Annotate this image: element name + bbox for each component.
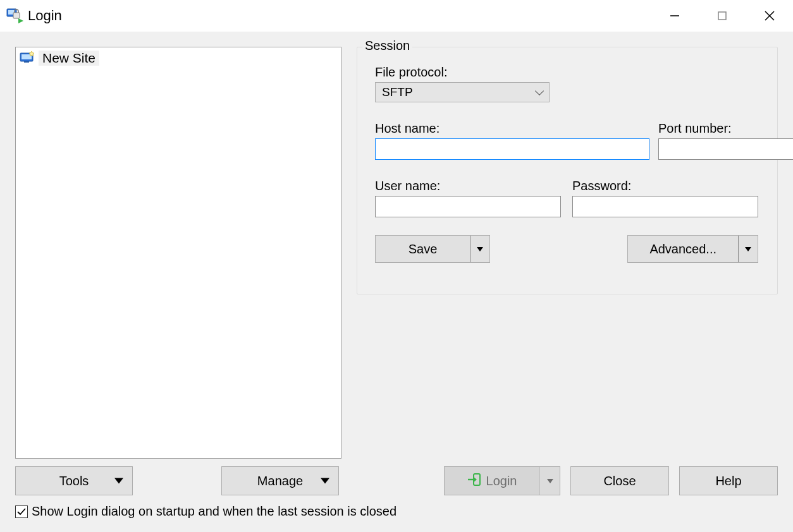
password-input[interactable] xyxy=(572,196,758,217)
site-list[interactable]: New Site xyxy=(15,47,341,459)
startup-checkbox-label: Show Login dialog on startup and when th… xyxy=(32,504,396,519)
triangle-down-icon xyxy=(477,247,483,251)
host-name-field: Host name: xyxy=(375,121,649,160)
port-number-field: Port number: ▲ ▼ xyxy=(658,121,758,160)
app-icon xyxy=(6,7,24,25)
save-button-label: Save xyxy=(376,236,470,262)
window-controls xyxy=(651,0,793,32)
svg-rect-2 xyxy=(13,13,20,18)
checkmark-icon xyxy=(16,507,27,517)
advanced-button-dropdown[interactable] xyxy=(739,236,758,262)
advanced-button-label: Advanced... xyxy=(628,236,739,262)
password-field: Password: xyxy=(572,179,758,217)
bottom-button-row: Tools Manage Login xyxy=(15,466,778,495)
svg-rect-10 xyxy=(24,61,29,63)
file-protocol-label: File protocol: xyxy=(375,65,758,80)
port-number-label: Port number: xyxy=(658,121,758,136)
site-item-label: New Site xyxy=(39,51,99,66)
client-area: New Site Session File protocol: SFTP Hos… xyxy=(0,32,793,532)
password-label: Password: xyxy=(572,179,758,193)
help-button[interactable]: Help xyxy=(679,466,778,495)
monitor-star-icon xyxy=(20,51,35,65)
help-button-label: Help xyxy=(715,474,741,488)
host-name-label: Host name: xyxy=(375,121,649,136)
session-button-row: Save Advanced... xyxy=(375,235,758,263)
login-button[interactable]: Login xyxy=(444,466,560,495)
port-number-input[interactable] xyxy=(658,138,793,160)
session-groupbox: Session File protocol: SFTP Host name: P… xyxy=(357,47,778,294)
triangle-down-icon xyxy=(321,478,329,484)
startup-checkbox[interactable] xyxy=(15,505,28,518)
advanced-button[interactable]: Advanced... xyxy=(627,235,758,263)
triangle-down-icon xyxy=(745,247,751,251)
minimize-button[interactable] xyxy=(651,0,698,32)
file-protocol-value: SFTP xyxy=(382,85,413,99)
session-legend: Session xyxy=(362,39,412,53)
title-bar: Login xyxy=(0,0,793,32)
triangle-down-icon xyxy=(547,479,553,483)
save-button-dropdown[interactable] xyxy=(470,236,489,262)
title-bar-left: Login xyxy=(6,7,62,25)
manage-button[interactable]: Manage xyxy=(221,466,339,495)
save-button[interactable]: Save xyxy=(375,235,490,263)
login-button-main: Login xyxy=(445,473,539,490)
top-area: New Site Session File protocol: SFTP Hos… xyxy=(0,32,793,459)
login-button-dropdown[interactable] xyxy=(539,467,560,495)
tools-button[interactable]: Tools xyxy=(15,466,133,495)
tools-button-label: Tools xyxy=(59,474,89,488)
close-window-button[interactable] xyxy=(746,0,793,32)
close-button[interactable]: Close xyxy=(570,466,669,495)
host-port-row: Host name: Port number: ▲ ▼ xyxy=(375,121,758,160)
login-button-label: Login xyxy=(486,474,517,488)
triangle-down-icon xyxy=(114,478,123,484)
close-button-label: Close xyxy=(603,474,636,488)
file-protocol-field: File protocol: SFTP xyxy=(375,65,758,102)
svg-marker-3 xyxy=(18,18,23,23)
startup-checkbox-row[interactable]: Show Login dialog on startup and when th… xyxy=(15,504,396,519)
port-number-wrap: ▲ ▼ xyxy=(658,138,758,160)
host-name-input[interactable] xyxy=(375,138,649,160)
credentials-row: User name: Password: xyxy=(375,179,758,217)
file-protocol-select[interactable]: SFTP xyxy=(375,82,550,102)
site-list-item-new[interactable]: New Site xyxy=(17,49,340,68)
window-title: Login xyxy=(28,8,62,24)
chevron-down-icon xyxy=(535,87,544,95)
svg-rect-5 xyxy=(718,12,726,20)
user-name-input[interactable] xyxy=(375,196,561,217)
svg-marker-14 xyxy=(473,476,477,483)
user-name-label: User name: xyxy=(375,179,561,193)
user-name-field: User name: xyxy=(375,179,561,217)
login-arrow-icon xyxy=(467,473,481,490)
manage-button-label: Manage xyxy=(257,474,303,488)
maximize-button[interactable] xyxy=(698,0,746,32)
